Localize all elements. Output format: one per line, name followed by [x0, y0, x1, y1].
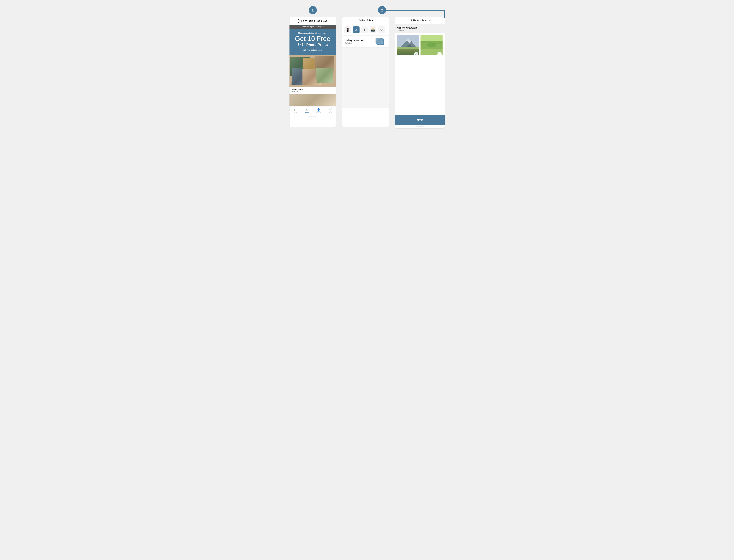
svg-rect-7	[420, 35, 442, 41]
shipping-banner: Free Shipping on Orders $79+	[290, 25, 336, 29]
screen2-header: ‹ Select Album	[342, 17, 389, 24]
nav-home-label: Home	[305, 112, 309, 114]
photo-collage	[290, 55, 336, 87]
npl-logo: NP	[298, 19, 302, 23]
connector-right-line	[444, 10, 445, 18]
nav-cart[interactable]: 🛒 Cart	[325, 107, 336, 114]
cart-icon: 🛒	[328, 108, 332, 112]
photo-thumb-2[interactable]: ✓	[420, 35, 442, 57]
svg-point-10	[427, 43, 436, 47]
refresh-tab[interactable]: ↻	[378, 26, 385, 33]
brand-name: NATIONS PHOTO LAB	[303, 20, 328, 22]
nav-cart-label: Cart	[329, 112, 332, 114]
next-button[interactable]: Next	[395, 115, 445, 125]
screen2-home-indicator	[361, 110, 370, 110]
device-tab[interactable]: 📱	[344, 26, 351, 33]
screen3-phone: ‹ 2 Photos Selected Gallery 04/28/2023 2…	[395, 17, 445, 129]
gallery-count: 2 photos	[397, 29, 442, 32]
screen2-title: Select Album	[347, 19, 386, 22]
bottom-nav: ⊡ Photos ⌂ Home 👤 Account 🛒 Cart	[290, 106, 336, 116]
check-overlay-2: ✓	[437, 52, 442, 56]
screen3-home-indicator	[415, 127, 424, 127]
nav-photos[interactable]: ⊡ Photos	[290, 107, 301, 114]
hero-subtitle: Make moments that will last forever.	[293, 32, 333, 34]
gallery-title: Gallery 04/28/2023	[397, 26, 442, 29]
thumb-layer-3	[375, 38, 383, 43]
valley-photo	[420, 35, 442, 55]
connector-top-line	[382, 10, 445, 11]
step1-badge: 1	[309, 6, 317, 14]
home-icon: ⌂	[306, 108, 308, 111]
album-item-gallery[interactable]: Gallery 04/28/2023 2 photos ›	[342, 36, 389, 48]
valley-svg	[420, 35, 442, 55]
album-count: 2 photos	[345, 42, 376, 44]
album-list: Gallery 04/28/2023 2 photos ›	[342, 36, 389, 48]
album-info: Gallery 04/28/2023 2 photos	[345, 39, 376, 44]
step1-label: 1	[312, 8, 314, 13]
album-thumbnail-stack	[375, 38, 384, 45]
hero-cta: with your first app order.	[293, 49, 333, 51]
shipping-text: Free Shipping on Orders $79+	[302, 26, 324, 28]
step2-label: 2	[381, 8, 383, 13]
check-icon-2: ✓	[438, 53, 440, 56]
screen1-phone: NP NATIONS PHOTO LAB Free Shipping on Or…	[289, 17, 336, 127]
next-button-label: Next	[417, 119, 423, 122]
hero-product: 5x7" Photo Prints	[293, 43, 333, 47]
nav-home[interactable]: ⌂ Home	[301, 107, 313, 114]
screen1-header: NP NATIONS PHOTO LAB	[290, 17, 336, 25]
facebook-tab[interactable]: f	[361, 26, 368, 33]
screen3-back-button[interactable]: ‹	[397, 19, 398, 22]
check-icon-1: ✓	[415, 53, 417, 56]
nav-photos-label: Photos	[293, 112, 298, 114]
home-indicator	[308, 116, 317, 116]
nav-account[interactable]: 👤 Account	[313, 107, 325, 114]
check-overlay-1: ✓	[414, 52, 418, 56]
screen3-content	[395, 59, 445, 112]
screen2-back-button[interactable]: ‹	[345, 19, 346, 22]
mountain-svg	[397, 35, 419, 55]
selected-count-title: 2 Photos Selected	[400, 19, 442, 22]
photos-grid: ✓ ✓	[395, 33, 445, 59]
photo-item-price: from $0.32	[292, 91, 334, 93]
npl-tab[interactable]: NP	[353, 26, 360, 33]
photo-item-title: Photo Prints	[292, 89, 334, 91]
screen2-empty-area	[342, 48, 389, 108]
mountain-photo	[397, 35, 419, 55]
hero-main-text: Get 10 Free	[295, 35, 331, 42]
hero-section: Make moments that will last forever. Get…	[290, 29, 336, 55]
album-title: Gallery 04/28/2023	[345, 39, 376, 42]
gallery-section: Gallery 04/28/2023 2 photos	[395, 24, 445, 33]
preview-bottom	[290, 94, 336, 106]
photos-icon: ⊡	[294, 108, 297, 112]
collage-photo-6	[316, 68, 333, 84]
screen2-phone: ‹ Select Album 📱 NP f 📸 ↻	[342, 17, 389, 127]
hero-main: Get 10 Free	[293, 35, 333, 42]
page-container: 1 2 NP NATIONS PHOTO LAB Free Shipping o…	[289, 6, 445, 129]
screen3-header: ‹ 2 Photos Selected	[395, 17, 445, 24]
instagram-tab[interactable]: 📸	[369, 26, 376, 33]
step2-badge: 2	[378, 6, 386, 14]
album-chevron: ›	[385, 40, 386, 43]
photo-item-info: Photo Prints from $0.32	[290, 87, 336, 94]
account-icon: 👤	[317, 108, 321, 112]
source-tabs: 📱 NP f 📸 ↻	[342, 24, 389, 36]
photo-thumb-1[interactable]: ✓	[397, 35, 419, 57]
nav-account-label: Account	[316, 112, 321, 114]
